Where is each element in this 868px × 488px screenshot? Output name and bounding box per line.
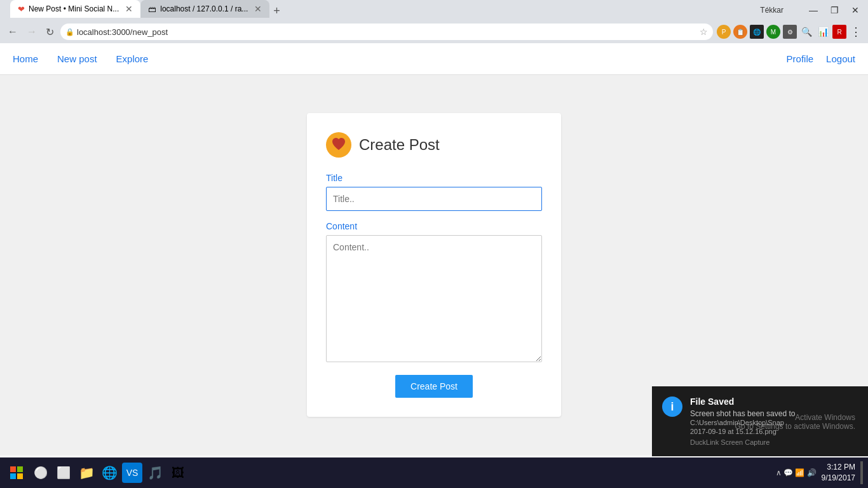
taskbar-chrome[interactable]: 🌐 — [99, 463, 119, 483]
toolbar-icon-2[interactable]: 📋 — [733, 25, 747, 39]
taskbar-music[interactable]: 🎵 — [145, 463, 165, 483]
toolbar-icon-6[interactable]: 🔍 — [799, 25, 813, 39]
tab1-title: New Post • Mini Social N... — [29, 4, 119, 13]
window-controls: Tékkar — ❐ ✕ — [756, 4, 863, 17]
tab1-close[interactable]: ✕ — [125, 4, 133, 14]
forward-button[interactable]: → — [24, 25, 39, 39]
create-post-button[interactable]: Create Post — [395, 375, 473, 398]
home-link[interactable]: Home — [13, 53, 38, 64]
browser-window: ❤ New Post • Mini Social N... ✕ 🗃 localh… — [0, 0, 868, 43]
tab-2[interactable]: 🗃 localhost / 127.0.0.1 / ra... ✕ — [140, 0, 269, 18]
toolbar-icon-8[interactable]: R — [832, 25, 846, 39]
app-logo — [326, 132, 351, 158]
tab-1[interactable]: ❤ New Post • Mini Social N... ✕ — [10, 0, 140, 18]
browser-title-label: Tékkar — [756, 4, 787, 16]
title-label: Title — [326, 173, 542, 183]
app-navigation: Home New post Explore Profile Logout — [0, 43, 868, 75]
taskbar-vscode[interactable]: VS — [122, 463, 142, 483]
tab2-title: localhost / 127.0.0.1 / ra... — [160, 4, 248, 13]
toolbar-icon-3[interactable]: 🌐 — [750, 25, 764, 39]
back-button[interactable]: ← — [5, 25, 20, 39]
taskbar-search[interactable]: ⚪ — [31, 463, 51, 483]
nav-right: Profile Logout — [787, 53, 855, 64]
form-header: Create Post — [326, 132, 542, 158]
toast-body: File Saved Screen shot has been saved to… — [690, 396, 858, 446]
toolbar-icon-9[interactable]: ⋮ — [849, 25, 863, 39]
svg-rect-3 — [10, 473, 16, 479]
toast-title: File Saved — [690, 396, 858, 407]
toolbar-icon-7[interactable]: 📊 — [816, 25, 830, 39]
logout-link[interactable]: Logout — [826, 53, 855, 64]
address-bar-row: ← → ↻ 🔒 localhost:3000/new_post ☆ P 📋 🌐 … — [0, 20, 868, 43]
taskbar-show-desktop[interactable] — [860, 461, 863, 484]
maximize-button[interactable]: ❐ — [827, 4, 843, 17]
svg-rect-1 — [10, 466, 16, 472]
start-button[interactable] — [5, 461, 28, 484]
nav-left: Home New post Explore — [13, 53, 787, 64]
tab2-close[interactable]: ✕ — [254, 4, 262, 14]
taskbar-right: ∧ 💬 📶 🔊 3:12 PM 9/19/2017 — [776, 461, 863, 484]
toast-app: DuckLink Screen Capture — [690, 438, 858, 446]
toast-path: C:\Users\admin\Desktop\Snap2017-09-19 at… — [690, 419, 784, 435]
tab1-favicon: ❤ — [18, 4, 25, 14]
new-post-link[interactable]: New post — [57, 53, 97, 64]
url-text: localhost:3000/new_post — [77, 27, 697, 37]
toolbar-icon-4[interactable]: M — [766, 25, 780, 39]
address-bar[interactable]: 🔒 localhost:3000/new_post ☆ — [60, 24, 713, 40]
lock-icon: 🔒 — [65, 28, 74, 36]
taskbar-photos[interactable]: 🖼 — [168, 463, 188, 483]
star-icon[interactable]: ☆ — [700, 27, 708, 37]
toast-icon: i — [662, 396, 682, 417]
taskbar: ⚪ ⬜ 📁 🌐 VS 🎵 🖼 ∧ 💬 📶 🔊 3:12 PM 9/19/2017 — [0, 458, 868, 488]
taskbar-clock: 3:12 PM 9/19/2017 — [822, 462, 855, 484]
title-input[interactable] — [326, 187, 542, 211]
taskbar-tray-icons: ∧ 💬 📶 🔊 — [776, 468, 817, 477]
create-post-form: Create Post Title Content Create Post — [307, 113, 561, 417]
svg-rect-4 — [17, 473, 23, 479]
taskbar-task-view[interactable]: ⬜ — [53, 463, 74, 483]
form-title: Create Post — [359, 136, 440, 154]
taskbar-file-explorer[interactable]: 📁 — [76, 463, 97, 483]
close-button[interactable]: ✕ — [848, 4, 863, 17]
toolbar-icon-5[interactable]: ⚙ — [783, 25, 797, 39]
toolbar-icon-1[interactable]: P — [717, 25, 731, 39]
toast-notification: i File Saved Screen shot has been saved … — [652, 386, 868, 456]
title-bar: ❤ New Post • Mini Social N... ✕ 🗃 localh… — [0, 0, 868, 20]
toast-message: Screen shot has been saved to C:\Users\a… — [690, 409, 858, 436]
profile-link[interactable]: Profile — [787, 53, 814, 64]
svg-rect-2 — [17, 466, 23, 472]
new-tab-button[interactable]: + — [269, 4, 284, 18]
tab2-favicon: 🗃 — [148, 4, 156, 14]
content-textarea[interactable] — [326, 235, 542, 362]
content-label: Content — [326, 221, 542, 231]
explore-link[interactable]: Explore — [116, 53, 149, 64]
refresh-button[interactable]: ↻ — [43, 25, 57, 39]
minimize-button[interactable]: — — [805, 4, 822, 17]
toolbar-icons: P 📋 🌐 M ⚙ 🔍 📊 R ⋮ — [717, 25, 863, 39]
